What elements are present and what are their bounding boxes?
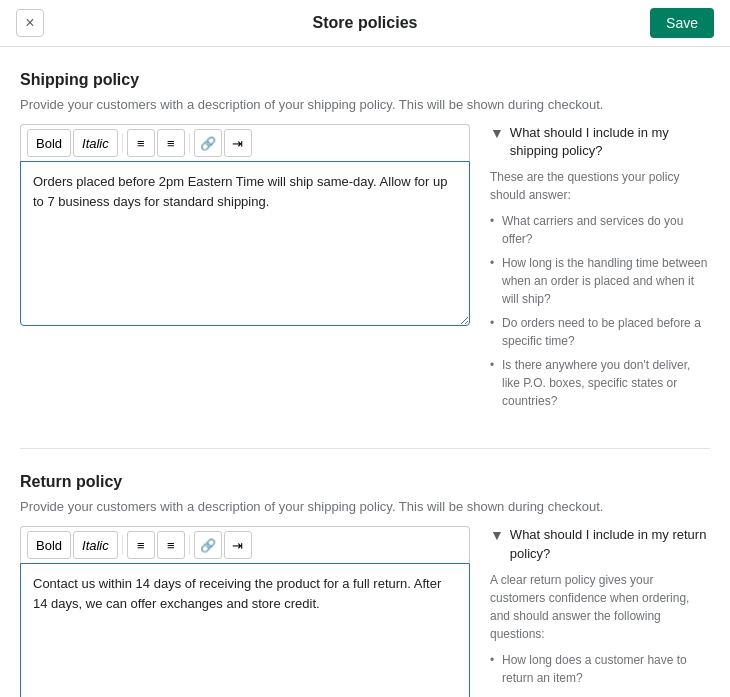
page-title: Store policies [313,14,418,32]
shipping-help-panel: ▼ What should I include in my shipping p… [490,124,710,416]
list-item: How long does a customer have to return … [490,651,710,687]
shipping-italic-button[interactable]: Italic [73,129,118,157]
return-help-list: How long does a customer have to return … [490,651,710,697]
return-link-button[interactable]: 🔗 [194,531,222,559]
shipping-chevron-icon: ▼ [490,125,504,141]
indent-icon: ⇥ [232,538,243,553]
shipping-policy-title: Shipping policy [20,71,710,89]
list-item: What carriers and services do you offer? [490,212,710,248]
section-divider [20,448,710,449]
shipping-editor-area: Bold Italic ≡ ≡ 🔗 ⇥ [20,124,470,329]
ul-icon: ≡ [137,538,145,553]
shipping-unordered-list-button[interactable]: ≡ [127,129,155,157]
return-italic-button[interactable]: Italic [73,531,118,559]
return-policy-body: Bold Italic ≡ ≡ 🔗 ⇥ [20,526,710,697]
toolbar-divider-1 [122,133,123,153]
close-icon: × [25,14,34,32]
shipping-policy-description: Provide your customers with a descriptio… [20,97,710,112]
shipping-help-body: These are the questions your policy shou… [490,168,710,410]
return-help-title: What should I include in my return polic… [510,526,710,562]
shipping-indent-button[interactable]: ⇥ [224,129,252,157]
return-policy-section: Return policy Provide your customers wit… [20,473,710,697]
main-content: Shipping policy Provide your customers w… [0,47,730,697]
shipping-policy-section: Shipping policy Provide your customers w… [20,71,710,416]
shipping-policy-textarea[interactable] [20,161,470,326]
list-item: Is there anywhere you don't deliver, lik… [490,356,710,410]
return-ordered-list-button[interactable]: ≡ [157,531,185,559]
link-icon: 🔗 [200,538,216,553]
toolbar-divider-2 [189,133,190,153]
return-editor-area: Bold Italic ≡ ≡ 🔗 ⇥ [20,526,470,697]
return-help-header[interactable]: ▼ What should I include in my return pol… [490,526,710,562]
save-button[interactable]: Save [650,8,714,38]
indent-icon: ⇥ [232,136,243,151]
shipping-help-title: What should I include in my shipping pol… [510,124,710,160]
shipping-bold-button[interactable]: Bold [27,129,71,157]
list-item: How long is the handling time between wh… [490,254,710,308]
link-icon: 🔗 [200,136,216,151]
return-toolbar: Bold Italic ≡ ≡ 🔗 ⇥ [20,526,470,563]
shipping-help-list: What carriers and services do you offer?… [490,212,710,410]
return-toolbar-divider-1 [122,535,123,555]
return-indent-button[interactable]: ⇥ [224,531,252,559]
return-policy-description: Provide your customers with a descriptio… [20,499,710,514]
return-toolbar-divider-2 [189,535,190,555]
close-button[interactable]: × [16,9,44,37]
ol-icon: ≡ [167,538,175,553]
ol-icon: ≡ [167,136,175,151]
page-header: × Store policies Save [0,0,730,47]
return-bold-button[interactable]: Bold [27,531,71,559]
list-item: What is the procedure for a return or ex… [490,693,710,697]
return-help-body: A clear return policy gives your custome… [490,571,710,697]
shipping-link-button[interactable]: 🔗 [194,129,222,157]
return-policy-textarea[interactable] [20,563,470,697]
shipping-help-header[interactable]: ▼ What should I include in my shipping p… [490,124,710,160]
return-chevron-icon: ▼ [490,527,504,543]
shipping-toolbar: Bold Italic ≡ ≡ 🔗 ⇥ [20,124,470,161]
return-unordered-list-button[interactable]: ≡ [127,531,155,559]
list-item: Do orders need to be placed before a spe… [490,314,710,350]
return-policy-title: Return policy [20,473,710,491]
return-help-intro: A clear return policy gives your custome… [490,571,710,643]
shipping-policy-body: Bold Italic ≡ ≡ 🔗 ⇥ [20,124,710,416]
ul-icon: ≡ [137,136,145,151]
shipping-ordered-list-button[interactable]: ≡ [157,129,185,157]
return-help-panel: ▼ What should I include in my return pol… [490,526,710,697]
shipping-help-intro: These are the questions your policy shou… [490,168,710,204]
